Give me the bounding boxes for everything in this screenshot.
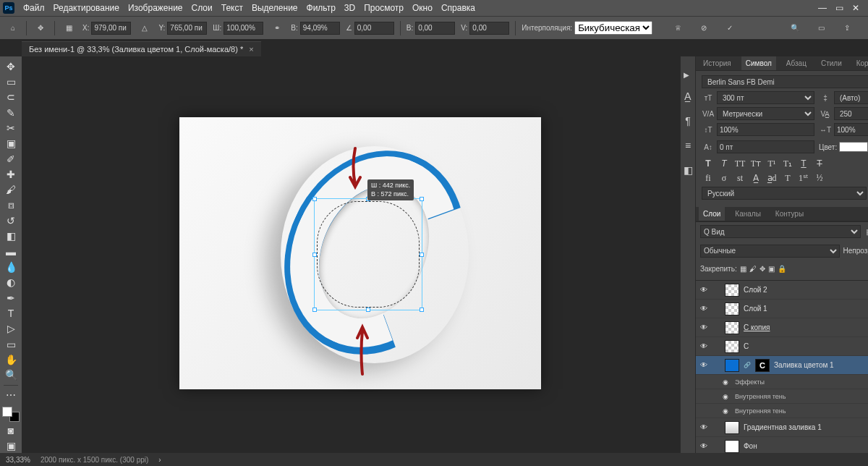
glyphs-panel-icon[interactable]: ≡ — [681, 138, 695, 153]
styles-panel-icon[interactable]: ◧ — [681, 163, 695, 177]
hand-tool[interactable]: ✋ — [2, 352, 20, 366]
tab-paragraph[interactable]: Абзац — [782, 56, 811, 70]
ot-half[interactable]: ½ — [813, 172, 826, 184]
layer-name[interactable]: С — [744, 342, 868, 350]
transform-icon[interactable]: ✥ — [33, 20, 48, 36]
italic-button[interactable]: T — [718, 158, 731, 169]
visibility-icon[interactable]: ◉ — [720, 407, 731, 415]
zoom-tool[interactable]: 🔍 — [2, 368, 20, 382]
path-select-tool[interactable]: ▷ — [2, 322, 20, 336]
transform-bounding-box[interactable] — [314, 198, 422, 310]
ot-a[interactable]: A̲ — [749, 172, 762, 184]
home-icon[interactable]: ⌂ — [6, 21, 20, 35]
angle-input[interactable] — [354, 22, 394, 35]
tab-styles[interactable]: Стили — [817, 56, 846, 70]
ot-sigma[interactable]: σ — [718, 172, 731, 184]
layer-row[interactable]: 👁С копия — [696, 318, 868, 337]
brush-tool[interactable]: 🖌 — [2, 183, 20, 197]
leading-select[interactable]: (Авто) — [834, 91, 868, 104]
x-input[interactable] — [91, 22, 131, 35]
blend-mode-select[interactable]: Обычные — [700, 245, 840, 258]
move-tool[interactable]: ✥ — [2, 59, 20, 73]
pen-tool[interactable]: ✒ — [2, 291, 20, 305]
menu-edit[interactable]: Редактирование — [54, 3, 119, 13]
layer-row[interactable]: 👁Слой 1 — [696, 300, 868, 318]
foreground-color[interactable] — [2, 407, 12, 417]
frame-tool[interactable]: ▣ — [2, 137, 20, 151]
layer-mask-thumb[interactable]: C — [755, 359, 770, 372]
quick-select-tool[interactable]: ✎ — [2, 106, 20, 119]
smallcaps-button[interactable]: Tᴛ — [749, 158, 762, 169]
visibility-icon[interactable]: 👁 — [699, 286, 709, 294]
menu-file[interactable]: Файл — [23, 3, 45, 13]
tab-close-icon[interactable]: × — [249, 45, 253, 54]
layer-thumb[interactable] — [725, 440, 739, 453]
ot-t[interactable]: T — [781, 172, 794, 184]
shape-tool[interactable]: ▭ — [2, 337, 20, 351]
allcaps-button[interactable]: TT — [733, 158, 746, 169]
transform-handle[interactable] — [420, 253, 424, 257]
healing-tool[interactable]: ✚ — [2, 167, 20, 181]
menu-filter[interactable]: Фильтр — [307, 3, 336, 13]
layer-name[interactable]: Фон — [744, 442, 868, 450]
blur-tool[interactable]: 💧 — [2, 260, 20, 274]
filter-pixel-icon[interactable]: ▦ — [864, 226, 868, 237]
document-tab[interactable]: Без имени-1 @ 33,3% (Заливка цветом 1, С… — [22, 41, 261, 56]
lasso-tool[interactable]: ⊂ — [2, 90, 20, 104]
skewh-input[interactable] — [415, 22, 455, 35]
layer-row[interactable]: 👁🔗CЗаливка цветом 1fx⌄ — [696, 356, 868, 375]
font-family-select[interactable]: Berlin Sans FB Demi — [702, 75, 868, 88]
transform-handle[interactable] — [420, 308, 424, 312]
share-icon[interactable]: ⇪ — [839, 20, 855, 36]
visibility-icon[interactable]: ◉ — [720, 393, 731, 400]
underline-button[interactable]: T — [797, 158, 810, 169]
search-icon[interactable]: 🔍 — [787, 20, 803, 36]
text-color-swatch[interactable] — [839, 142, 868, 152]
layer-row[interactable]: 👁С — [696, 337, 868, 356]
delta-icon[interactable]: △ — [137, 20, 153, 36]
menu-layers[interactable]: Слои — [192, 3, 213, 13]
character-panel-icon[interactable]: A̲ — [681, 89, 695, 103]
kerning-select[interactable]: Метрически — [717, 107, 814, 120]
puppet-icon[interactable]: ♕ — [670, 20, 686, 36]
tab-character[interactable]: Символ — [741, 56, 776, 70]
visibility-icon[interactable]: 👁 — [699, 305, 709, 313]
zoom-level[interactable]: 33,33% — [6, 456, 30, 464]
y-input[interactable] — [167, 22, 207, 35]
eyedropper-tool[interactable]: ✐ — [2, 152, 20, 166]
layer-row[interactable]: 👁Слой 2 — [696, 281, 868, 300]
ot-1st[interactable]: 1ˢᵗ — [797, 172, 810, 184]
bold-button[interactable]: T — [702, 158, 715, 169]
history-brush-tool[interactable]: ↺ — [2, 213, 20, 227]
quick-mask-tool[interactable]: ◙ — [2, 423, 20, 437]
marquee-tool[interactable]: ▭ — [2, 75, 20, 88]
tab-layers[interactable]: Слои — [699, 207, 725, 221]
lock-pixels-icon[interactable]: ▦ — [740, 265, 746, 273]
interp-select[interactable]: Бикубическая — [574, 21, 652, 35]
visibility-icon[interactable]: ◉ — [720, 378, 731, 386]
dodge-tool[interactable]: ◐ — [2, 276, 20, 289]
tab-paths[interactable]: Контуры — [771, 207, 808, 221]
transform-handle[interactable] — [312, 253, 317, 257]
layer-row[interactable]: 👁Градиентная заливка 1 — [696, 418, 868, 437]
crop-tool[interactable]: ✂ — [2, 121, 20, 135]
lock-all-icon[interactable]: 🔒 — [778, 265, 786, 273]
layer-name[interactable]: Градиентная заливка 1 — [744, 423, 868, 431]
lock-paint-icon[interactable]: 🖌 — [749, 265, 757, 273]
font-size-select[interactable]: 300 пт — [717, 91, 814, 104]
skewv-input[interactable] — [469, 22, 509, 35]
layer-name[interactable]: Слой 2 — [744, 286, 868, 294]
transform-handle[interactable] — [312, 197, 317, 201]
layer-name[interactable]: С копия — [744, 323, 868, 331]
layer-thumb[interactable] — [725, 321, 739, 334]
transform-handle[interactable] — [366, 308, 370, 312]
w-input[interactable] — [224, 22, 263, 35]
screen-mode-tool[interactable]: ▣ — [2, 439, 20, 453]
ot-fi[interactable]: fi — [702, 172, 715, 184]
stamp-tool[interactable]: ⧈ — [2, 198, 20, 212]
canvas[interactable]: Ш : 442 пикс. В : 572 пикс. — [179, 117, 541, 389]
layer-filter-select[interactable]: Q Вид — [700, 225, 861, 238]
layer-name[interactable]: Слой 1 — [744, 305, 868, 313]
layer-effect-row[interactable]: ◉Эффекты — [696, 375, 868, 389]
visibility-icon[interactable]: 👁 — [699, 361, 709, 369]
